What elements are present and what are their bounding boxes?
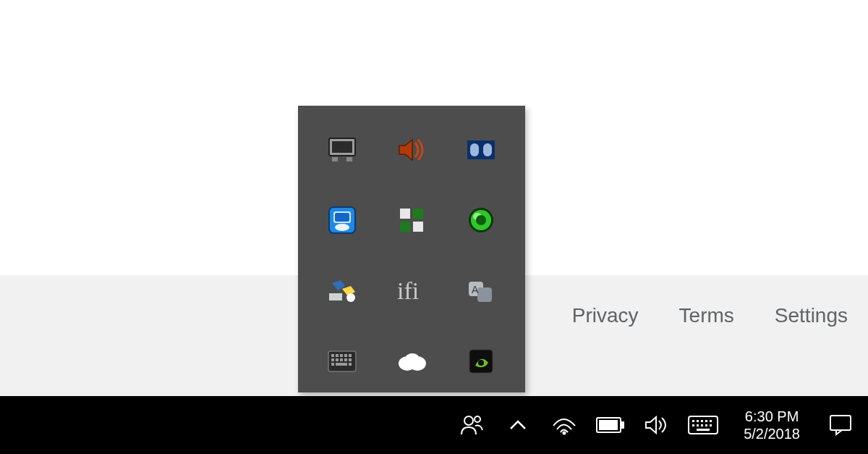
svg-rect-37 [344, 358, 347, 361]
svg-rect-38 [349, 358, 352, 361]
svg-rect-65 [697, 429, 710, 431]
clock-date: 5/2/2018 [744, 425, 800, 442]
svg-point-46 [478, 360, 484, 366]
svg-rect-66 [830, 416, 851, 430]
svg-rect-32 [344, 354, 347, 357]
nvidia-settings-icon[interactable] [459, 338, 503, 386]
svg-rect-51 [621, 421, 624, 429]
svg-point-11 [335, 224, 349, 231]
svg-rect-36 [340, 358, 343, 361]
svg-rect-6 [470, 143, 479, 156]
svg-point-19 [476, 215, 486, 225]
svg-text:ifi: ifi [397, 277, 419, 304]
svg-point-44 [405, 353, 420, 365]
taskbar: 6:30 PM 5/2/2018 [0, 396, 868, 454]
svg-rect-15 [413, 222, 423, 232]
onedrive-icon[interactable] [389, 338, 434, 386]
svg-point-48 [475, 416, 480, 422]
svg-rect-60 [692, 424, 694, 426]
volume-icon[interactable] [644, 412, 670, 438]
svg-rect-61 [697, 424, 699, 426]
svg-point-47 [464, 416, 473, 425]
svg-rect-40 [336, 363, 347, 366]
devices-icon[interactable] [320, 267, 365, 315]
svg-rect-59 [710, 420, 712, 422]
svg-rect-26 [477, 287, 492, 302]
svg-rect-35 [336, 358, 339, 361]
input-method-keyboard-icon[interactable] [690, 412, 716, 438]
translate-icon[interactable]: A [459, 267, 503, 315]
svg-point-49 [563, 432, 566, 434]
svg-rect-33 [349, 354, 352, 357]
footer-link-privacy[interactable]: Privacy [572, 304, 639, 327]
svg-rect-52 [599, 420, 618, 430]
people-icon[interactable] [459, 412, 485, 438]
svg-rect-22 [329, 293, 342, 300]
svg-text:A: A [472, 284, 479, 295]
svg-rect-55 [692, 420, 694, 422]
svg-rect-41 [349, 363, 352, 366]
svg-rect-13 [413, 209, 423, 219]
security-shield-icon[interactable] [389, 197, 434, 245]
tray-overflow-chevron-icon[interactable] [505, 412, 531, 438]
svg-rect-63 [705, 424, 707, 426]
svg-rect-64 [710, 424, 712, 426]
ifi-audio-icon[interactable]: ifi [389, 267, 434, 315]
footer-link-settings[interactable]: Settings [775, 304, 848, 327]
intel-graphics-icon[interactable] [320, 197, 365, 245]
keyboard-icon[interactable] [320, 338, 365, 386]
svg-rect-62 [701, 424, 703, 426]
svg-rect-3 [346, 157, 352, 161]
svg-marker-53 [646, 417, 656, 433]
footer-link-terms[interactable]: Terms [679, 304, 734, 327]
svg-marker-4 [399, 140, 412, 160]
clock-time: 6:30 PM [745, 408, 799, 425]
svg-rect-2 [332, 157, 338, 161]
dolby-audio-icon[interactable] [459, 126, 503, 174]
svg-rect-57 [701, 420, 703, 422]
svg-rect-14 [400, 222, 410, 232]
svg-rect-30 [336, 354, 339, 357]
svg-rect-58 [705, 420, 707, 422]
svg-rect-7 [483, 143, 492, 156]
action-center-icon[interactable] [827, 412, 854, 438]
svg-rect-29 [331, 354, 334, 357]
svg-rect-56 [697, 420, 699, 422]
svg-rect-39 [331, 363, 334, 366]
svg-rect-12 [400, 209, 410, 219]
tray-overflow-popup: ifi A [298, 106, 525, 392]
realtek-audio-icon[interactable] [389, 126, 434, 174]
battery-icon[interactable] [597, 412, 624, 438]
svg-rect-10 [335, 213, 349, 222]
taskbar-clock[interactable]: 6:30 PM 5/2/2018 [736, 408, 807, 442]
system-tray: 6:30 PM 5/2/2018 [459, 408, 868, 442]
svg-rect-34 [331, 358, 334, 361]
wifi-icon[interactable] [551, 412, 577, 438]
nvidia-geforce-icon[interactable] [459, 197, 503, 245]
svg-point-23 [346, 293, 355, 302]
footer-links: Privacy Terms Settings [572, 304, 848, 327]
svg-rect-1 [332, 141, 352, 153]
display-settings-icon[interactable] [320, 126, 365, 174]
svg-rect-31 [340, 354, 343, 357]
